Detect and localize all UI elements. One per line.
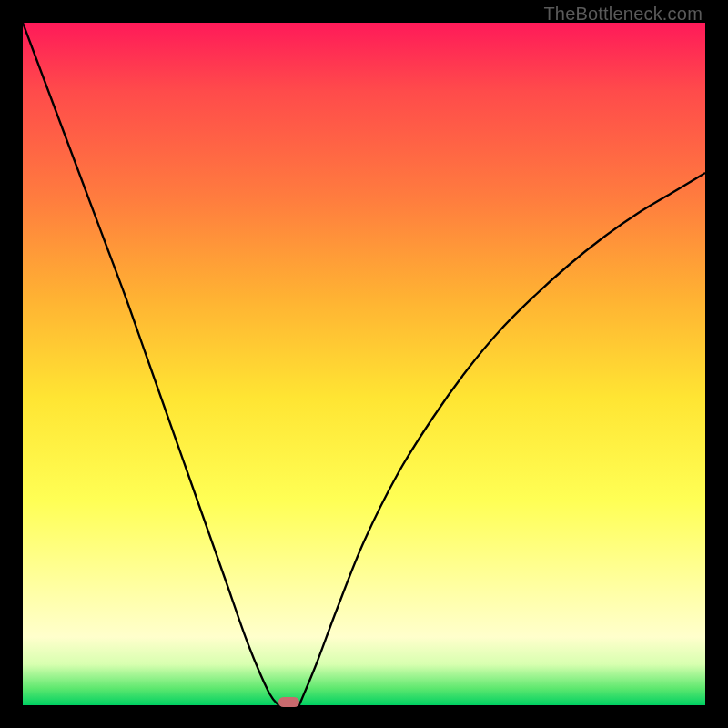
curve-right-branch (299, 173, 705, 705)
plot-area (23, 23, 705, 705)
bottleneck-curve (23, 23, 705, 705)
attribution-text: TheBottleneck.com (543, 4, 703, 25)
optimal-marker (278, 697, 299, 707)
chart-frame: TheBottleneck.com (0, 0, 728, 728)
curve-left-branch (23, 23, 278, 705)
